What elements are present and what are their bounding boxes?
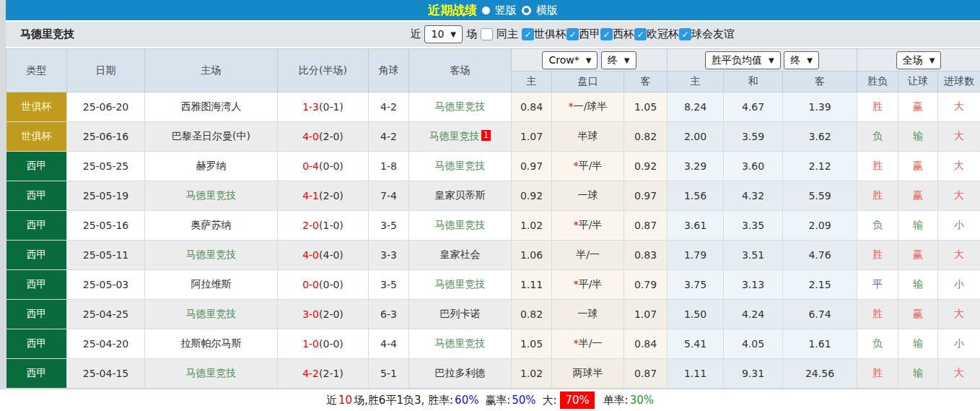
- handicap-star: *: [574, 337, 579, 349]
- handicap-home-odds: 0.82: [512, 300, 552, 329]
- competition-type-badge: 世俱杯: [6, 92, 67, 122]
- avg-away-odds: 2.09: [783, 211, 857, 241]
- corners: 3-5: [369, 211, 409, 241]
- competition-type-badge: 西甲: [6, 359, 67, 389]
- competition-checkbox[interactable]: ✓: [522, 28, 534, 40]
- home-team: 阿拉维斯: [145, 270, 278, 300]
- chevron-down-icon: ▼: [807, 54, 813, 66]
- competition-type-badge: 西甲: [6, 329, 67, 359]
- handicap-line: *一/球半: [552, 92, 624, 122]
- avg-time-select[interactable]: 终 ▼: [784, 51, 819, 69]
- matches-label: 场: [466, 27, 477, 41]
- avg-away-odds: 3.62: [783, 122, 857, 152]
- radio-vertical-layout[interactable]: [482, 7, 490, 14]
- avg-draw-odds: 4.32: [724, 181, 783, 211]
- competition-checkbox[interactable]: ✓: [634, 28, 647, 40]
- halftime-score: (1-0): [319, 220, 344, 231]
- header-goals: 进球数: [938, 72, 980, 92]
- corners: 5-1: [369, 359, 409, 389]
- header-type: 类型: [6, 49, 67, 92]
- match-result: 胜: [857, 181, 898, 211]
- score-cell: 0-4(0-0): [278, 152, 369, 181]
- home-team: 拉斯帕尔马斯: [145, 329, 278, 359]
- handicap-away-odds: 0.97: [624, 181, 668, 211]
- match-date: 25-05-19: [67, 181, 145, 211]
- fulltime-score: 1-3: [302, 101, 319, 113]
- summary-win-rate: 60%: [455, 394, 478, 407]
- score-cell: 0-0(0-0): [278, 270, 369, 300]
- filter-bar: 马德里竞技 近 10 ▼ 场 同主 ✓世俱杯✓西甲✓西杯✓欧冠杯✓球会友谊: [6, 22, 980, 47]
- fulltime-score: 3-0: [302, 308, 319, 320]
- competition-checkbox[interactable]: ✓: [566, 28, 579, 40]
- home-team: 马德里竞技: [145, 359, 278, 389]
- score-cell: 4-0(2-0): [278, 122, 369, 152]
- chevron-down-icon: ▼: [586, 54, 592, 66]
- competition-checkbox[interactable]: ✓: [600, 28, 613, 40]
- match-result: 负: [857, 329, 898, 359]
- handicap-result: 输: [898, 211, 938, 241]
- home-team: 西雅图海湾人: [145, 92, 278, 122]
- odds-company-select[interactable]: Crow* ▼: [542, 51, 598, 69]
- avg-home-odds: 1.11: [668, 359, 724, 389]
- handicap-star: *: [574, 278, 579, 290]
- avg-type-select[interactable]: 胜平负均值 ▼: [705, 51, 781, 69]
- away-team: 巴拉多利德: [409, 359, 512, 389]
- competition-label: 西甲: [579, 27, 600, 41]
- scope-select[interactable]: 全场 ▼: [896, 51, 942, 69]
- handicap-home-odds: 0.84: [512, 92, 552, 122]
- avg-draw-odds: 3.60: [724, 152, 783, 181]
- competition-label: 欧冠杯: [647, 27, 679, 41]
- radio-vertical-label[interactable]: 竖版: [495, 4, 517, 17]
- fulltime-score: 1-0: [302, 338, 319, 350]
- odds-company-value: Crow*: [548, 54, 579, 66]
- radio-horizontal-label[interactable]: 横版: [536, 4, 558, 17]
- match-date: 25-04-20: [67, 329, 145, 359]
- corners: 4-4: [369, 329, 409, 359]
- away-team: 马德里竞技: [409, 329, 512, 359]
- avg-home-odds: 3.75: [668, 270, 724, 300]
- match-row: 西甲25-05-19马德里竞技4-1(2-0)7-4皇家贝蒂斯0.92一球0.9…: [6, 181, 980, 211]
- away-team: 马德里竞技1: [409, 122, 512, 152]
- header-handicap: 盘口: [552, 72, 624, 92]
- fulltime-score: 4-0: [302, 131, 319, 142]
- away-team: 皇家贝蒂斯: [409, 181, 512, 211]
- corners: 6-3: [369, 300, 409, 329]
- halftime-score: (0-0): [319, 338, 344, 350]
- filters: 近 10 ▼ 场 同主 ✓世俱杯✓西甲✓西杯✓欧冠杯✓球会友谊: [410, 25, 735, 43]
- summary-count: 10: [338, 394, 352, 407]
- results-table: 类型 日期 主场 比分(半场) 角球 客场 Crow* ▼ 终 ▼: [6, 48, 980, 389]
- handicap-away-odds: 0.79: [624, 270, 668, 300]
- same-home-checkbox[interactable]: [481, 28, 493, 40]
- match-result: 胜: [857, 152, 898, 181]
- summary-middle: 场,胜6平1负3, 胜率:: [354, 394, 453, 407]
- competition-label: 球会友谊: [691, 27, 735, 41]
- handicap-star: *: [574, 219, 579, 230]
- scope-select-cell: 全场 ▼: [857, 49, 980, 72]
- summary-single-rate: 30%: [630, 394, 654, 407]
- match-count-select[interactable]: 10 ▼: [424, 25, 463, 43]
- avg-away-odds: 2.15: [783, 270, 857, 300]
- away-team: 马德里竞技: [409, 270, 512, 300]
- competition-checkbox[interactable]: ✓: [679, 28, 691, 40]
- match-date: 25-06-16: [67, 122, 145, 152]
- match-result: 负: [857, 211, 898, 241]
- score-cell: 4-2(2-1): [278, 359, 369, 389]
- radio-horizontal-layout[interactable]: [522, 6, 531, 15]
- header-date: 日期: [67, 49, 145, 92]
- match-count-value: 10: [431, 28, 444, 40]
- header-avg-away: 客: [783, 72, 857, 92]
- avg-away-odds: 6.74: [783, 300, 857, 329]
- handicap-away-odds: 1.05: [624, 92, 668, 122]
- handicap-line: 半/一: [552, 241, 624, 270]
- header-home: 主场: [145, 49, 278, 92]
- avg-type-value: 胜平负均值: [712, 54, 762, 66]
- match-date: 25-04-15: [67, 359, 145, 389]
- avg-home-odds: 1.79: [668, 241, 724, 270]
- odds-time-select[interactable]: 终 ▼: [601, 51, 636, 69]
- avg-draw-odds: 3.13: [724, 270, 783, 300]
- header-result: 胜负: [857, 72, 898, 92]
- match-row: 西甲25-05-11马德里竞技4-0(4-0)3-3皇家社会1.06半/一0.8…: [6, 241, 980, 270]
- home-team: 马德里竞技: [145, 241, 278, 270]
- corners: 4-2: [369, 122, 409, 152]
- match-row: 西甲25-04-20拉斯帕尔马斯1-0(0-0)4-4马德里竞技1.05*半/一…: [6, 329, 980, 359]
